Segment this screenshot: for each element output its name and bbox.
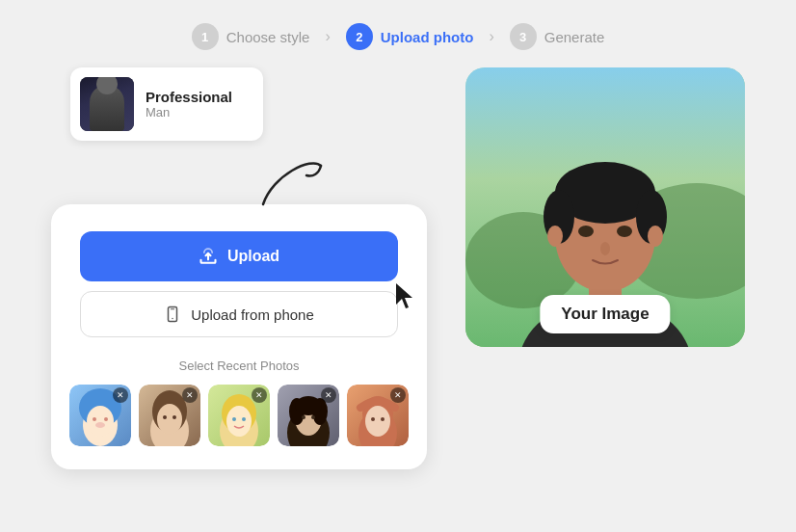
step-2-label: Upload photo: [381, 29, 474, 45]
svg-point-9: [95, 422, 105, 428]
photo-thumb-1[interactable]: ✕: [69, 385, 131, 446]
svg-point-47: [600, 242, 610, 255]
recent-photos-grid: ✕: [80, 385, 398, 446]
photo-2-close[interactable]: ✕: [182, 387, 198, 403]
stepper: 1 Choose style › 2 Upload photo › 3 Gene…: [192, 0, 605, 67]
upload-phone-label: Upload from phone: [191, 306, 314, 323]
step-arrow-1: ›: [325, 28, 330, 45]
svg-point-19: [226, 406, 252, 437]
upload-icon: [199, 247, 218, 266]
svg-point-13: [157, 404, 182, 435]
step-1: 1 Choose style: [192, 23, 310, 50]
left-panel: Professional Man Upload: [51, 67, 437, 469]
photo-1-close[interactable]: ✕: [113, 387, 128, 403]
recent-photos-label: Select Recent Photos: [80, 359, 398, 373]
style-card: Professional Man: [70, 67, 263, 141]
style-thumbnail: [80, 77, 134, 131]
your-image-container: Your Image: [465, 67, 745, 347]
photo-thumb-4[interactable]: ✕: [278, 385, 339, 446]
svg-point-28: [302, 415, 305, 419]
photo-5-close[interactable]: ✕: [390, 387, 406, 403]
step-arrow-2: ›: [489, 28, 493, 45]
svg-point-29: [311, 415, 315, 419]
svg-point-1: [172, 318, 173, 320]
style-subtitle: Man: [146, 105, 232, 120]
photo-thumb-2[interactable]: ✕: [139, 385, 200, 446]
photo-3-close[interactable]: ✕: [252, 387, 267, 403]
svg-point-20: [232, 417, 236, 421]
photo-thumb-3[interactable]: ✕: [208, 385, 270, 446]
svg-point-46: [617, 226, 632, 237]
upload-from-phone-button[interactable]: Upload from phone: [80, 291, 398, 337]
style-info: Professional Man: [146, 89, 232, 120]
phone-icon: [164, 306, 181, 323]
style-title: Professional: [146, 89, 232, 105]
svg-point-21: [242, 417, 246, 421]
svg-point-34: [371, 417, 375, 421]
svg-point-15: [172, 415, 176, 419]
photo-4-close[interactable]: ✕: [321, 387, 336, 403]
step-3: 3 Generate: [510, 23, 605, 50]
step-3-circle: 3: [510, 23, 537, 50]
step-1-circle: 1: [192, 23, 219, 50]
step-1-label: Choose style: [226, 29, 310, 45]
your-image-label: Your Image: [540, 295, 670, 333]
svg-point-48: [547, 226, 563, 247]
svg-point-7: [93, 417, 96, 421]
svg-point-49: [648, 226, 663, 247]
svg-point-35: [381, 417, 385, 421]
svg-point-8: [104, 417, 108, 421]
upload-card: Upload Upload from phone Select Recent P…: [51, 204, 427, 469]
svg-point-45: [578, 226, 594, 237]
step-3-label: Generate: [544, 29, 605, 45]
upload-button[interactable]: Upload: [80, 231, 398, 281]
svg-point-33: [365, 406, 390, 437]
arrow-decoration: [51, 156, 437, 214]
svg-point-27: [295, 396, 322, 415]
svg-point-6: [87, 406, 114, 437]
step-2: 2 Upload photo: [346, 23, 474, 50]
right-panel: Your Image: [465, 67, 745, 347]
svg-point-14: [163, 415, 167, 419]
step-2-circle: 2: [346, 23, 373, 50]
photo-thumb-5[interactable]: ✕: [347, 385, 409, 446]
main-content: Professional Man Upload: [3, 67, 793, 469]
cursor-icon: [392, 281, 419, 308]
upload-button-label: Upload: [227, 248, 279, 265]
